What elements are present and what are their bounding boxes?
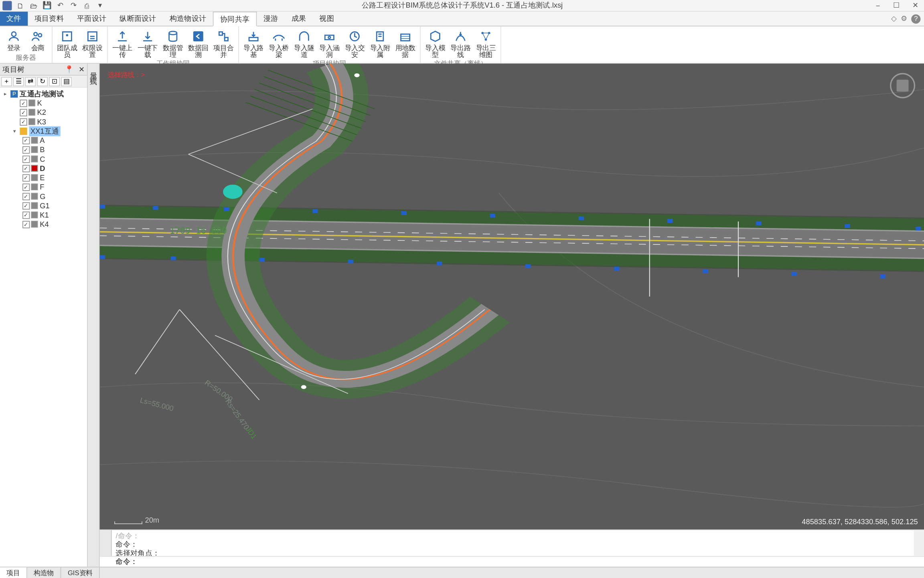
compass-icon: [896, 79, 908, 92]
tree-expand-button[interactable]: ⊡: [49, 76, 60, 85]
color-swatch: [28, 100, 35, 106]
tree-item-e[interactable]: ✓E: [1, 173, 85, 182]
tree-item-g[interactable]: ✓G: [1, 191, 85, 201]
svg-rect-33: [845, 224, 850, 228]
team-icon: [60, 29, 75, 44]
export-route-button[interactable]: 导出路线: [448, 27, 472, 58]
svg-rect-39: [437, 261, 442, 265]
qat-open-icon[interactable]: 🗁: [29, 0, 38, 10]
qat-more-icon[interactable]: ▾: [95, 0, 105, 10]
group-label-empty: [55, 61, 104, 63]
team-button[interactable]: 团队成员: [55, 27, 79, 61]
tree-item-k1[interactable]: ✓K1: [1, 210, 85, 219]
project-tree[interactable]: ▸ P 互通占地测试 ✓K ✓K2 ✓K3 ▾ XX1互通 ✓A ✓B ✓C ✓…: [0, 88, 87, 567]
data-back-button[interactable]: 数据回溯: [186, 27, 210, 58]
tree-item-g1[interactable]: ✓G1: [1, 201, 85, 210]
tree-root[interactable]: ▸ P 互通占地测试: [1, 89, 85, 98]
tree-item-d[interactable]: ✓D: [1, 163, 85, 173]
qat-redo-icon[interactable]: ↷: [69, 0, 78, 10]
tab-result[interactable]: 成果: [285, 12, 313, 26]
settings-icon[interactable]: ⚙: [900, 14, 907, 23]
folder-icon: [20, 127, 27, 134]
minimize-button[interactable]: −: [868, 0, 887, 11]
help-icon[interactable]: ?: [911, 14, 920, 23]
meeting-button[interactable]: 会商: [26, 27, 49, 52]
panel-title: 项目树: [2, 64, 24, 74]
station-label: 1709 16 000: [169, 225, 227, 235]
tree-item-interchange[interactable]: ▾ XX1互通: [1, 126, 85, 135]
svg-rect-41: [614, 267, 619, 271]
gear-icon: [85, 29, 100, 44]
command-input-row[interactable]: 命令：: [99, 556, 924, 567]
aux-icon: [373, 29, 387, 44]
import-model-button[interactable]: 导入模型: [423, 27, 447, 58]
export-icon: [453, 29, 468, 44]
tab-collab[interactable]: 协同共享: [213, 12, 257, 26]
svg-rect-10: [249, 37, 258, 41]
tree-item-c[interactable]: ✓C: [1, 154, 85, 163]
cmd-scrollbar[interactable]: [914, 530, 924, 556]
coordinates-readout: 485835.637, 5284330.586, 502.125: [802, 517, 918, 525]
vertical-toolbar: 显示 模式: [87, 63, 99, 566]
tab-structure[interactable]: 构造物设计: [163, 12, 213, 26]
bottom-tabs: 项目 构造物 GIS资料: [0, 566, 924, 578]
btab-project[interactable]: 项目: [0, 567, 27, 578]
download-button[interactable]: 一键下载: [136, 27, 160, 58]
tree-refresh-button[interactable]: ↻: [37, 76, 48, 85]
tab-profile[interactable]: 纵断面设计: [113, 12, 163, 26]
color-swatch: [28, 118, 35, 125]
upload-button[interactable]: 一键上传: [110, 27, 134, 58]
svg-rect-30: [578, 216, 584, 220]
import-icon: [246, 29, 261, 44]
permission-button[interactable]: 权限设置: [80, 27, 104, 61]
land-data-button[interactable]: 用地数据: [393, 27, 417, 58]
btab-gis[interactable]: GIS资料: [61, 567, 100, 578]
group-label-server: 服务器: [2, 52, 49, 63]
collapse-ribbon-icon[interactable]: ◇: [891, 14, 896, 23]
tree-item-b[interactable]: ✓B: [1, 145, 85, 154]
tree-item-k4[interactable]: ✓K4: [1, 220, 85, 229]
compass-widget[interactable]: [890, 73, 915, 98]
qat-undo-icon[interactable]: ↶: [56, 0, 65, 10]
data-manage-button[interactable]: 数据管理: [161, 27, 185, 58]
qat-print-icon[interactable]: ⎙: [82, 0, 91, 10]
tree-item-k[interactable]: ✓K: [1, 98, 85, 107]
tree-list-button[interactable]: ☰: [13, 76, 24, 85]
import-safety-button[interactable]: 导入交安: [342, 27, 367, 58]
tree-swap-button[interactable]: ⇄: [25, 76, 36, 85]
import-tunnel-button[interactable]: 导入隧道: [292, 27, 316, 58]
user-icon: [6, 29, 21, 44]
tree-item-k2[interactable]: ✓K2: [1, 108, 85, 117]
tab-plan[interactable]: 平面设计: [70, 12, 113, 26]
qat-save-icon[interactable]: 💾: [42, 0, 51, 10]
tab-view[interactable]: 视图: [312, 12, 340, 26]
merge-button[interactable]: 项目合并: [211, 27, 235, 58]
qat-new-icon[interactable]: 🗋: [16, 0, 25, 10]
svg-rect-7: [193, 31, 203, 41]
tree-collapse-button[interactable]: ▤: [61, 76, 72, 85]
login-button[interactable]: 登录: [2, 27, 25, 52]
pin-icon[interactable]: 📍: [64, 65, 73, 73]
maximize-button[interactable]: ☐: [887, 0, 906, 11]
panel-close-icon[interactable]: ✕: [78, 65, 84, 73]
import-culvert-button[interactable]: 导入涵洞: [317, 27, 341, 58]
tree-add-button[interactable]: +: [1, 76, 12, 85]
btab-structure[interactable]: 构造物: [27, 567, 61, 578]
import-aux-button[interactable]: 导入附属: [368, 27, 392, 58]
tab-file[interactable]: 文件: [0, 12, 28, 26]
color-swatch: [28, 109, 35, 116]
export-3d-button[interactable]: 导出三维图: [474, 27, 498, 58]
tab-project[interactable]: 项目资料: [28, 12, 70, 26]
bridge-icon: [271, 29, 286, 44]
svg-rect-43: [791, 272, 796, 276]
tree-item-k3[interactable]: ✓K3: [1, 117, 85, 126]
command-history[interactable]: /命令： 命令： 选择对角点：: [111, 530, 914, 556]
tab-roam[interactable]: 漫游: [257, 12, 285, 26]
svg-point-1: [34, 32, 37, 35]
close-button[interactable]: ✕: [906, 0, 924, 11]
tree-item-a[interactable]: ✓A: [1, 135, 85, 144]
import-roadbed-button[interactable]: 导入路基: [241, 27, 265, 58]
viewport[interactable]: 选择路线：> 1709 16 000 R=50.000 Ls=55.000 Rs…: [99, 63, 924, 529]
tree-item-f[interactable]: ✓F: [1, 182, 85, 191]
import-bridge-button[interactable]: 导入桥梁: [267, 27, 291, 58]
